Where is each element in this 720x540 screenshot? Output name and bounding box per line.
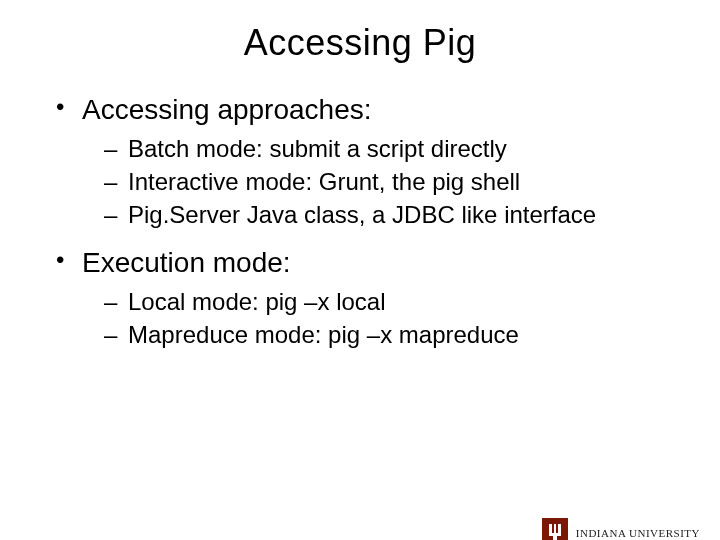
- sub-item: Interactive mode: Grunt, the pig shell: [82, 166, 680, 197]
- sub-item: Pig.Server Java class, a JDBC like inter…: [82, 199, 680, 230]
- sub-list: Batch mode: submit a script directly Int…: [82, 133, 680, 231]
- sub-item: Batch mode: submit a script directly: [82, 133, 680, 164]
- bullet-item: Execution mode: Local mode: pig –x local…: [56, 245, 680, 350]
- sub-item: Local mode: pig –x local: [82, 286, 680, 317]
- iu-wordmark: INDIANA UNIVERSITY: [576, 527, 700, 539]
- bullet-list: Accessing approaches: Batch mode: submit…: [56, 92, 680, 350]
- slide-title: Accessing Pig: [0, 22, 720, 64]
- slide: Accessing Pig Accessing approaches: Batc…: [0, 22, 720, 540]
- footer-logo: INDIANA UNIVERSITY: [542, 518, 700, 540]
- bullet-text: Execution mode:: [82, 247, 291, 278]
- iu-trident-icon: [542, 518, 568, 540]
- bullet-text: Accessing approaches:: [82, 94, 372, 125]
- sub-list: Local mode: pig –x local Mapreduce mode:…: [82, 286, 680, 350]
- slide-body: Accessing approaches: Batch mode: submit…: [0, 92, 720, 350]
- bullet-item: Accessing approaches: Batch mode: submit…: [56, 92, 680, 231]
- sub-item: Mapreduce mode: pig –x mapreduce: [82, 319, 680, 350]
